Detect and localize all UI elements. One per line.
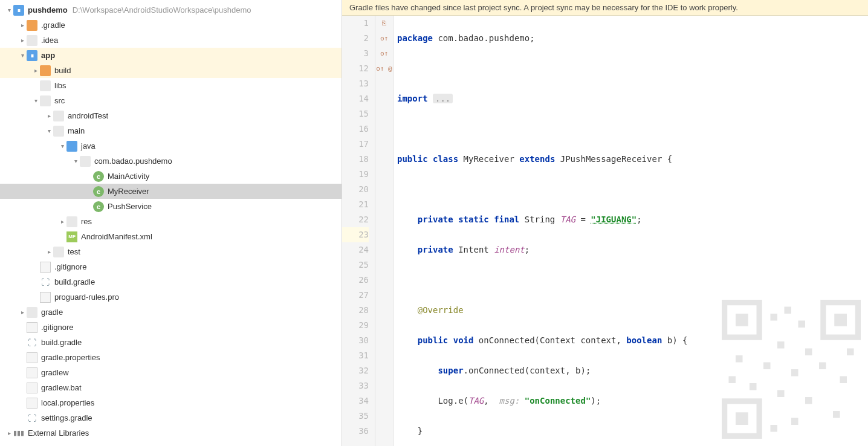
code-token: public class xyxy=(397,154,458,164)
tree-item-settings-gradle[interactable]: ⛶ settings.gradle xyxy=(0,410,342,425)
tree-label: build.gradle xyxy=(40,338,82,347)
tree-label: libs xyxy=(53,81,66,90)
tree-label: build.gradle xyxy=(53,277,95,286)
folder-icon xyxy=(40,95,51,106)
project-tree[interactable]: ∎ pushdemoD:\Workspace\AndroidStudioWork… xyxy=(0,0,342,446)
package-icon xyxy=(80,156,91,167)
chevron-right-icon[interactable] xyxy=(5,430,13,436)
tree-item-external-libraries[interactable]: ▮▮▮ External Libraries xyxy=(0,425,342,441)
file-icon xyxy=(27,398,37,409)
code-editor[interactable]: 1231213141516171819202122232425262728293… xyxy=(342,16,868,446)
tree-label: gradlew xyxy=(40,368,69,377)
chevron-down-icon[interactable] xyxy=(45,128,53,134)
tree-item-res[interactable]: res xyxy=(0,214,342,229)
tree-label: proguard-rules.pro xyxy=(53,292,119,302)
class-icon: c xyxy=(93,201,104,212)
class-icon: c xyxy=(93,186,104,197)
tree-root[interactable]: ∎ pushdemoD:\Workspace\AndroidStudioWork… xyxy=(0,2,342,18)
tree-item-gradle-dir[interactable]: gradle xyxy=(0,305,342,320)
code-token: = xyxy=(575,215,591,224)
tree-item-src[interactable]: src xyxy=(0,93,342,108)
tree-item-test[interactable]: test xyxy=(0,244,342,259)
source-folder-icon xyxy=(66,141,77,152)
tree-item-build-gradle-root[interactable]: ⛶ build.gradle xyxy=(0,335,342,350)
annotation-gutter: ⎘o↑o↑o↑ @ xyxy=(375,16,394,446)
folder-icon xyxy=(53,126,64,137)
code-content[interactable]: package com.badao.pushdemo; import ... p… xyxy=(394,16,868,446)
tree-label: MyReceiver xyxy=(106,187,149,196)
tree-item-pushservice[interactable]: c PushService xyxy=(0,199,342,214)
chevron-right-icon[interactable] xyxy=(45,248,53,255)
tree-item-myreceiver[interactable]: c MyReceiver xyxy=(0,184,342,199)
gradle-icon: ⛶ xyxy=(27,337,37,348)
file-icon xyxy=(27,367,37,378)
tree-item-androidtest[interactable]: androidTest xyxy=(0,108,342,123)
tree-item-package[interactable]: com.badao.pushdemo xyxy=(0,154,342,169)
tree-item-manifest[interactable]: MF AndroidManifest.xml xyxy=(0,229,342,244)
code-token: ); xyxy=(591,396,601,406)
code-token: , xyxy=(484,396,499,406)
chevron-down-icon[interactable] xyxy=(5,7,13,13)
tree-label: src xyxy=(53,96,65,105)
code-token: "JIGUANG" xyxy=(591,215,636,224)
file-icon xyxy=(40,262,51,273)
code-token: b) { xyxy=(662,335,687,345)
code-token: .onConnected(context, b); xyxy=(464,366,591,375)
root-name: pushdemo xyxy=(28,5,68,15)
tree-item-build-gradle-app[interactable]: ⛶ build.gradle xyxy=(0,274,342,289)
code-token: MyReceiver xyxy=(458,154,519,164)
tree-item-proguard[interactable]: proguard-rules.pro xyxy=(0,289,342,305)
tree-label: com.badao.pushdemo xyxy=(93,157,172,166)
tree-label: gradle.properties xyxy=(40,353,100,362)
tree-item-gradlew-bat[interactable]: gradlew.bat xyxy=(0,380,342,395)
gradle-icon: ⛶ xyxy=(40,277,51,288)
gradle-icon: ⛶ xyxy=(27,413,37,424)
chevron-right-icon[interactable] xyxy=(45,112,53,119)
code-token: super xyxy=(438,366,463,375)
tree-item-build[interactable]: build xyxy=(0,63,342,78)
code-token: public void xyxy=(418,335,474,345)
code-token: package xyxy=(397,33,433,43)
sync-banner[interactable]: Gradle files have changed since last pro… xyxy=(342,0,868,16)
chevron-right-icon[interactable] xyxy=(58,218,66,225)
chevron-right-icon[interactable] xyxy=(18,22,27,28)
file-icon xyxy=(27,383,37,393)
chevron-right-icon[interactable] xyxy=(18,37,27,44)
code-token: JPushMessageReceiver { xyxy=(555,154,672,164)
chevron-right-icon[interactable] xyxy=(18,309,27,315)
tree-item-app[interactable]: ∎ app xyxy=(0,48,342,63)
file-icon xyxy=(27,322,37,333)
tree-item-main[interactable]: main xyxy=(0,123,342,138)
manifest-icon: MF xyxy=(66,231,77,242)
tree-item-java[interactable]: java xyxy=(0,138,342,154)
tree-label: app xyxy=(41,51,55,60)
code-token: private xyxy=(418,245,453,254)
libraries-icon: ▮▮▮ xyxy=(13,428,24,439)
chevron-down-icon[interactable] xyxy=(71,158,80,164)
code-token: boolean xyxy=(626,335,662,345)
tree-item-libs[interactable]: libs xyxy=(0,78,342,93)
tree-item-mainactivity[interactable]: c MainActivity xyxy=(0,169,342,184)
tree-item-gradle-properties[interactable]: gradle.properties xyxy=(0,350,342,365)
module-folder-icon: ∎ xyxy=(27,50,37,61)
file-icon xyxy=(27,352,37,363)
class-icon: c xyxy=(93,171,104,182)
tree-item-gradlew[interactable]: gradlew xyxy=(0,365,342,380)
chevron-down-icon[interactable] xyxy=(31,97,40,104)
tree-label: .idea xyxy=(40,36,58,45)
chevron-down-icon[interactable] xyxy=(58,143,66,149)
tree-label: gradle xyxy=(40,308,63,317)
tree-item-gitignore-app[interactable]: .gitignore xyxy=(0,259,342,274)
chevron-down-icon[interactable] xyxy=(18,52,27,59)
tree-item-idea[interactable]: .idea xyxy=(0,33,342,48)
folder-icon xyxy=(27,35,37,46)
tree-item-gitignore-root[interactable]: .gitignore xyxy=(0,320,342,335)
code-token: Intent xyxy=(453,245,494,254)
fold-placeholder[interactable]: ... xyxy=(433,94,453,103)
tree-label: java xyxy=(80,141,96,150)
chevron-right-icon[interactable] xyxy=(31,67,40,74)
folder-icon xyxy=(27,307,37,318)
tree-item-gradle-hidden[interactable]: .gradle xyxy=(0,18,342,33)
tree-item-local-properties[interactable]: local.properties xyxy=(0,395,342,410)
code-token: String xyxy=(519,215,560,224)
